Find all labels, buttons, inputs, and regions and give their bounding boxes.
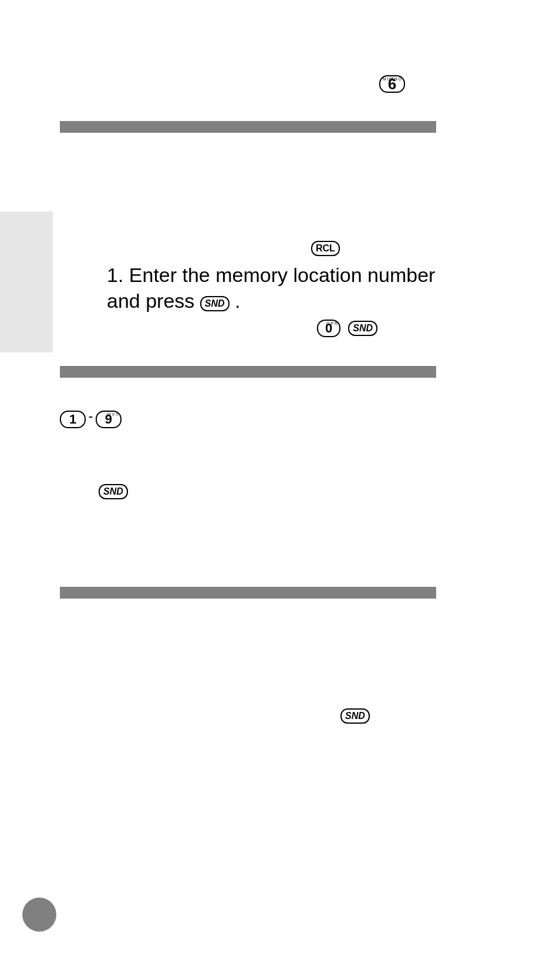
snd-key-label-1: SND — [205, 298, 225, 308]
section-header-1 — [60, 121, 436, 133]
sidebar-tab — [0, 211, 53, 352]
digit-6-key-graphic: M U E 6 M N O — [379, 75, 405, 93]
snd-key-inline-sec3: SND — [340, 708, 370, 724]
snd-key-icon-2: SND — [348, 321, 377, 336]
key-6-icon: M U E 6 M N O — [379, 75, 405, 93]
step-1-pre: 1. Enter the memory location number and … — [107, 264, 435, 312]
snd-key-inline-sec2: SND — [99, 484, 128, 499]
rcl-key-icon: RCL — [311, 241, 340, 256]
rcl-key-inline: RCL — [311, 241, 340, 256]
document-page: M U E 6 M N O RCL 1. Enter the memory lo… — [0, 0, 560, 961]
step-1-text: 1. Enter the memory location number and … — [107, 262, 436, 314]
snd-key-icon-4: SND — [340, 708, 370, 724]
key-6-right-letters: M N O — [390, 77, 402, 81]
rcl-key-label: RCL — [316, 243, 335, 253]
snd-key-label-2: SND — [353, 323, 373, 333]
key-1-icon: 1 — [60, 411, 86, 428]
key-9-icon: 9 W X Y — [96, 411, 122, 428]
keys-1-to-9: 1 - 9 W X Y — [60, 408, 122, 428]
snd-key-label-3: SND — [103, 486, 123, 496]
section-header-2 — [60, 366, 436, 378]
snd-key-icon-1: SND — [200, 296, 230, 311]
key-0-icon: 0 O P R — [317, 320, 340, 337]
snd-key-label-4: SND — [345, 711, 365, 721]
range-dash: - — [88, 408, 93, 424]
snd-key-icon-3: SND — [99, 484, 128, 499]
section-header-3 — [60, 587, 436, 599]
key-1-label: 1 — [69, 412, 76, 426]
page-number-badge — [22, 898, 56, 932]
key-9-sup: W X Y — [107, 413, 119, 416]
example-0-snd: 0 O P R SND — [317, 320, 377, 337]
step-1-post: . — [235, 290, 240, 312]
key-0-sup: O P R — [326, 322, 338, 325]
